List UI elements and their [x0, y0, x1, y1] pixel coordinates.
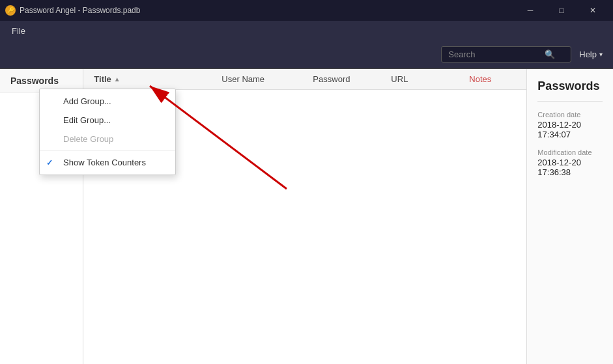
col-url-header[interactable]: URL — [383, 74, 461, 84]
col-url-label: URL — [391, 74, 408, 84]
col-username-header[interactable]: User Name — [214, 74, 305, 84]
help-chevron-icon: ▾ — [599, 51, 603, 58]
context-menu-edit-group[interactable]: Edit Group... — [40, 111, 175, 130]
window-title: Password Angel - Passwords.padb — [20, 6, 140, 15]
main-area: Passwords Add Group... Edit Group... Del… — [0, 69, 613, 364]
add-group-label: Add Group... — [63, 96, 111, 106]
right-panel-divider — [537, 101, 603, 102]
modification-date-label: Modification date — [537, 148, 603, 156]
creation-date-value: 2018-12-20 17:34:07 — [537, 120, 603, 139]
minimize-button[interactable]: ─ — [515, 0, 545, 21]
context-menu-delete-group: Delete Group — [40, 130, 175, 148]
sidebar-title: Passwords — [10, 76, 59, 86]
toolbar: 🔍 Help ▾ — [0, 40, 613, 69]
modification-date-value: 2018-12-20 17:36:38 — [537, 158, 603, 177]
help-label: Help — [579, 49, 597, 59]
creation-date-label: Creation date — [537, 111, 603, 119]
context-menu-divider — [40, 150, 175, 151]
col-password-label: Password — [313, 74, 350, 84]
col-title-header[interactable]: Title ▲ — [83, 74, 214, 84]
edit-group-label: Edit Group... — [63, 115, 111, 125]
title-bar-controls: ─ □ ✕ — [515, 0, 608, 21]
search-container: 🔍 — [441, 46, 571, 63]
menu-item-file[interactable]: File — [5, 23, 32, 38]
right-panel-title: Passwords — [537, 79, 603, 93]
sidebar: Passwords Add Group... Edit Group... Del… — [0, 69, 83, 364]
close-button[interactable]: ✕ — [578, 0, 608, 21]
sort-arrow-icon: ▲ — [114, 76, 121, 83]
help-button[interactable]: Help ▾ — [579, 49, 603, 59]
menu-bar: File — [0, 21, 613, 40]
maximize-button[interactable]: □ — [547, 0, 577, 21]
col-notes-label: Notes — [469, 74, 491, 84]
title-bar: 🔑 Password Angel - Passwords.padb ─ □ ✕ — [0, 0, 613, 21]
col-notes-header[interactable]: Notes — [461, 74, 526, 84]
col-title-label: Title — [94, 74, 111, 84]
col-username-label: User Name — [221, 74, 264, 84]
delete-group-label: Delete Group — [63, 134, 113, 144]
search-icon: 🔍 — [545, 49, 555, 59]
col-password-header[interactable]: Password — [305, 74, 383, 84]
search-input[interactable] — [448, 49, 539, 59]
context-menu-add-group[interactable]: Add Group... — [40, 92, 175, 111]
right-panel: Passwords Creation date 2018-12-20 17:34… — [526, 69, 613, 364]
context-menu-show-token-counters[interactable]: ✓ Show Token Counters — [40, 153, 175, 172]
context-menu: Add Group... Edit Group... Delete Group … — [39, 89, 176, 175]
show-token-counters-label: Show Token Counters — [63, 158, 146, 167]
table-header: Title ▲ User Name Password URL Notes — [83, 69, 526, 90]
app-icon: 🔑 — [5, 5, 16, 16]
title-bar-left: 🔑 Password Angel - Passwords.padb — [5, 5, 140, 16]
check-icon: ✓ — [46, 158, 53, 167]
